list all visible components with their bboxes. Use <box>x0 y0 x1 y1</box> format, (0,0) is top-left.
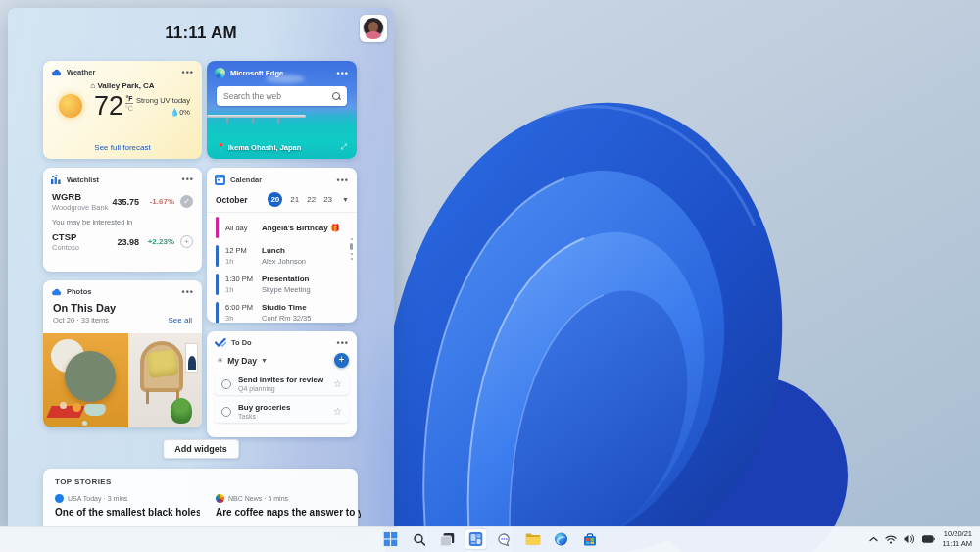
usa-today-logo-icon <box>55 494 64 503</box>
photos-cloud-icon <box>51 287 62 296</box>
news-story[interactable]: NBC News · 5 mins Are coffee naps the an… <box>216 494 361 520</box>
chat-icon <box>498 533 512 546</box>
start-button[interactable] <box>379 528 403 550</box>
photos-heading: On This Day <box>53 302 192 314</box>
battery-icon[interactable] <box>922 535 935 543</box>
file-explorer-button[interactable] <box>521 528 545 550</box>
calendar-date[interactable]: 23 <box>323 195 332 204</box>
unit-toggle[interactable]: °F °C <box>125 95 133 112</box>
widgets-panel: 11:11 AM Weather ••• ⌂ Valley Park, CA <box>8 8 394 526</box>
calendar-widget[interactable]: Calendar ••• October 20 21 22 23 ▼ <box>207 168 357 323</box>
event-color-bar <box>216 274 219 295</box>
calendar-scrollbar[interactable] <box>350 238 353 260</box>
photos-subtitle: Oct 20 · 33 items <box>53 316 109 325</box>
edge-widget[interactable]: Microsoft Edge ••• 📍 Ikema Ohashi, Japan… <box>207 61 357 159</box>
weather-location: ⌂ Valley Park, CA <box>43 81 202 90</box>
watchlist-suggestion-label: You may be interested in <box>43 212 202 228</box>
todo-widget[interactable]: To Do ••• ☀ My Day ▼ + Send invites for … <box>207 331 357 437</box>
calendar-title: Calendar <box>230 176 262 184</box>
todo-list-selector[interactable]: My Day <box>227 356 257 366</box>
task-checkbox[interactable] <box>221 379 231 389</box>
top-stories-heading: TOP STORIES <box>55 477 346 486</box>
event-color-bar <box>216 245 219 267</box>
watchlist-more-button[interactable]: ••• <box>182 177 194 181</box>
task-row[interactable]: Send invites for review Q4 planning ☆ <box>215 373 349 395</box>
see-full-forecast-link[interactable]: See full forecast <box>43 143 202 152</box>
widgets-grid: Weather ••• ⌂ Valley Park, CA 72 °F °C <box>43 61 357 437</box>
tray-date-time[interactable]: 10/20/21 11:11 AM <box>942 529 972 549</box>
nbc-news-logo-icon <box>216 494 224 503</box>
edge-search-box[interactable] <box>217 86 347 106</box>
task-checkbox[interactable] <box>221 407 231 417</box>
photo-thumbnail[interactable] <box>43 333 128 427</box>
expand-icon[interactable]: ⤢ <box>341 142 347 152</box>
calendar-date[interactable]: 22 <box>307 195 316 204</box>
bridge-photo-detail <box>207 115 306 118</box>
desktop: 11:11 AM Weather ••• ⌂ Valley Park, CA <box>0 0 980 552</box>
star-icon[interactable]: ☆ <box>333 378 342 389</box>
avatar-image <box>363 18 384 39</box>
top-stories-panel: TOP STORIES USA Today · 3 mins One of th… <box>43 469 358 526</box>
chat-button[interactable] <box>493 528 516 550</box>
photo-thumbnail[interactable] <box>128 333 202 427</box>
location-pin-icon: 📍 <box>217 143 225 151</box>
weather-title: Weather <box>67 68 95 76</box>
watchlist-chart-icon <box>51 175 62 184</box>
edge-title: Microsoft Edge <box>230 69 283 77</box>
photos-widget[interactable]: Photos ••• On This Day Oct 20 · 33 items… <box>43 280 202 427</box>
file-explorer-icon <box>525 533 540 545</box>
photos-more-button[interactable]: ••• <box>182 290 194 294</box>
stock-add-button[interactable]: + <box>180 235 193 248</box>
calendar-date-selected[interactable]: 20 <box>268 192 282 207</box>
stock-added-icon[interactable]: ✓ <box>180 195 193 208</box>
calendar-event[interactable]: All day Angela's Birthday 🎁 <box>207 213 357 241</box>
temperature-value: 72 <box>94 93 123 119</box>
watchlist-title: Watchlist <box>67 176 99 184</box>
task-view-icon <box>441 533 455 546</box>
account-avatar[interactable] <box>360 15 387 42</box>
weather-more-button[interactable]: ••• <box>182 71 194 75</box>
windows-start-icon <box>384 532 398 546</box>
wifi-icon[interactable] <box>885 535 897 544</box>
chevron-down-icon[interactable]: ▼ <box>342 196 349 203</box>
search-button[interactable] <box>408 528 431 550</box>
weather-widget[interactable]: Weather ••• ⌂ Valley Park, CA 72 °F °C <box>43 61 202 159</box>
search-icon[interactable] <box>332 92 340 101</box>
edge-more-button[interactable]: ••• <box>337 72 349 75</box>
todo-title: To Do <box>231 338 252 347</box>
task-view-button[interactable] <box>436 528 460 550</box>
chevron-down-icon[interactable]: ▼ <box>261 357 268 364</box>
watchlist-widget[interactable]: Watchlist ••• WGRBWoodgrove Bank 435.75 … <box>43 168 202 272</box>
add-widgets-button[interactable]: Add widgets <box>163 439 239 459</box>
volume-icon[interactable] <box>904 534 915 544</box>
search-icon <box>413 533 425 546</box>
calendar-event[interactable]: 12 PM1h LunchAlex Johnson <box>207 241 357 270</box>
calendar-event[interactable]: 1:30 PM1h PresentationSkype Meeting <box>207 270 357 298</box>
calendar-date[interactable]: 21 <box>290 195 299 204</box>
sun-icon <box>59 94 82 118</box>
photo-caption: Ikema Ohashi, Japan <box>228 143 302 152</box>
tray-chevron-up-icon[interactable] <box>869 536 878 542</box>
edge-browser-button[interactable] <box>550 528 573 550</box>
stock-row[interactable]: CTSPContoso 23.98 +2.23% + <box>43 228 202 252</box>
photo-collage[interactable] <box>43 333 202 427</box>
add-task-button[interactable]: + <box>334 353 349 368</box>
panel-clock: 11:11 AM <box>8 24 394 43</box>
tray-date: 10/20/21 <box>942 529 972 539</box>
widgets-button[interactable] <box>465 528 488 550</box>
todo-more-button[interactable]: ••• <box>337 341 349 345</box>
microsoft-store-button[interactable] <box>578 528 602 550</box>
star-icon[interactable]: ☆ <box>333 406 342 417</box>
calendar-event[interactable]: 6:00 PM3h Studio TimeConf Rm 32/35 <box>207 298 357 323</box>
event-color-bar <box>216 217 219 238</box>
search-input[interactable] <box>223 91 332 101</box>
stock-row[interactable]: WGRBWoodgrove Bank 435.75 -1.67% ✓ <box>43 188 202 212</box>
see-all-link[interactable]: See all <box>169 316 192 325</box>
edge-logo-icon <box>215 68 225 78</box>
news-story[interactable]: USA Today · 3 mins One of the smallest b… <box>55 494 200 520</box>
taskbar: 10/20/21 11:11 AM <box>0 526 980 552</box>
task-row[interactable]: Buy groceries Tasks ☆ <box>215 400 349 423</box>
microsoft-store-icon <box>583 533 596 546</box>
calendar-more-button[interactable]: ••• <box>337 178 349 182</box>
precipitation: 💧0% <box>136 108 190 117</box>
